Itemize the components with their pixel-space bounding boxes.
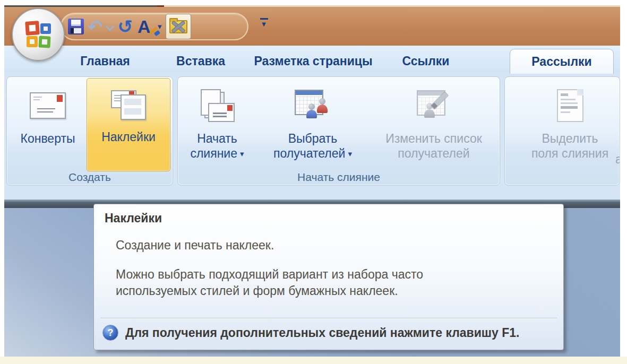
start-mail-merge-button[interactable]: Начать слияние▾ [180, 80, 254, 170]
tab-insert[interactable]: Вставка [158, 49, 243, 73]
font-letter: A [138, 16, 151, 37]
person-blue-icon [306, 110, 317, 118]
office-logo-yellow-piece [27, 36, 38, 47]
tooltip-title: Наклейки [105, 211, 162, 226]
highlight-fields-icon-wrap [557, 80, 583, 131]
labels-label: Наклейки [101, 129, 156, 144]
group-start-mail-merge: Начать слияние▾ Выбрать получат [177, 76, 500, 186]
help-icon: ? [102, 325, 118, 341]
start-merge-label-line1: Начать [197, 132, 237, 145]
dropdown-arrow-icon: ▾ [240, 149, 244, 158]
quick-access-toolbar: ↶ ↺ A ▾ [61, 13, 248, 40]
group-create-label: Создать [7, 171, 173, 184]
redo-icon: ↺ [118, 18, 133, 36]
overflow-bar-icon [260, 18, 268, 20]
page-background-strip [0, 357, 627, 364]
tooltip-divider [100, 318, 557, 319]
office-logo-icon [23, 20, 53, 49]
undo-dropdown-button[interactable] [107, 14, 114, 39]
dropdown-arrow-icon: ▾ [348, 149, 352, 158]
qat-customize-button[interactable]: ▼ [258, 18, 270, 28]
select-recipients-label-line2: получателей [273, 146, 345, 160]
tooltip-description: Создание и печать наклеек. [116, 238, 274, 253]
tools-button-highlight [166, 14, 191, 39]
office-logo-green-piece [38, 36, 50, 48]
ribbon-content: Конверты Наклейки Создать Начат [4, 73, 620, 200]
edit-list-label-line2: получателей [398, 146, 469, 160]
labels-tooltip: Наклейки Создание и печать наклеек. Можн… [93, 204, 564, 350]
chevron-down-icon [105, 22, 114, 31]
office-logo-blue-piece [40, 23, 51, 34]
tab-mailings-active[interactable]: Рассылки [510, 49, 614, 74]
office-logo-red-piece [25, 21, 40, 36]
font-style-icon: A [136, 16, 157, 37]
save-icon [68, 19, 84, 34]
select-recipients-label-line1: Выбрать [288, 132, 338, 145]
undo-icon: ↶ [88, 18, 103, 36]
highlight-fields-label-line1: Выделить [542, 132, 598, 145]
tooltip-footer: ? Для получения дополнительных сведений … [102, 325, 519, 341]
word-2007-window: ↶ ↺ A ▾ [0, 0, 627, 364]
person-gray-icon [424, 109, 435, 118]
save-button[interactable] [68, 14, 84, 39]
group-create: Конверты Наклейки Создать [6, 76, 173, 186]
group-start-merge-label: Начать слияние [178, 171, 500, 184]
start-merge-icon-wrap [200, 80, 235, 131]
tab-references[interactable]: Ссылки [383, 49, 468, 73]
clipped-next-button-text: а [615, 152, 620, 167]
tools-button[interactable] [166, 14, 191, 39]
highlight-merge-fields-button: Выделить поля слияния [521, 80, 619, 170]
tab-home[interactable]: Главная [63, 49, 148, 73]
tooltip-help-text: Для получения дополнительных сведений на… [125, 326, 519, 340]
edit-list-label-line1: Изменить список [385, 132, 482, 145]
highlight-merge-fields-icon [557, 89, 583, 122]
envelopes-label: Конверты [21, 131, 75, 146]
person-red-icon [317, 105, 328, 113]
edit-recipient-list-icon [417, 90, 451, 121]
tab-page-layout[interactable]: Разметка страницы [250, 49, 377, 73]
labels-button[interactable]: Наклейки [87, 78, 170, 171]
redo-button[interactable]: ↺ [118, 14, 133, 39]
highlight-fields-label-line2: поля слияния [531, 146, 608, 160]
tooltip-details: Можно выбрать подходящий вариант из набо… [116, 266, 482, 299]
edit-recipient-list-button: Изменить список получателей [370, 80, 497, 170]
font-style-button[interactable]: A ▾ [136, 14, 162, 39]
envelopes-button[interactable]: Конверты [10, 80, 85, 170]
recipients-icon-wrap [295, 80, 331, 131]
edit-list-icon-wrap [417, 80, 451, 131]
group-write-insert-fields: Выделить поля слияния а [504, 76, 620, 186]
envelopes-icon [30, 92, 66, 119]
labels-icon-wrap [111, 79, 146, 129]
office-button[interactable] [12, 8, 65, 61]
select-recipients-button[interactable]: Выбрать получателей▾ [256, 80, 369, 170]
envelopes-icon-wrap [30, 80, 66, 131]
start-merge-label-line2: слияние [190, 146, 237, 160]
labels-icon [111, 88, 146, 120]
undo-button[interactable]: ↶ [88, 14, 103, 39]
start-mail-merge-icon [200, 89, 235, 122]
select-recipients-icon [295, 90, 331, 122]
chevron-down-icon: ▼ [258, 21, 270, 28]
